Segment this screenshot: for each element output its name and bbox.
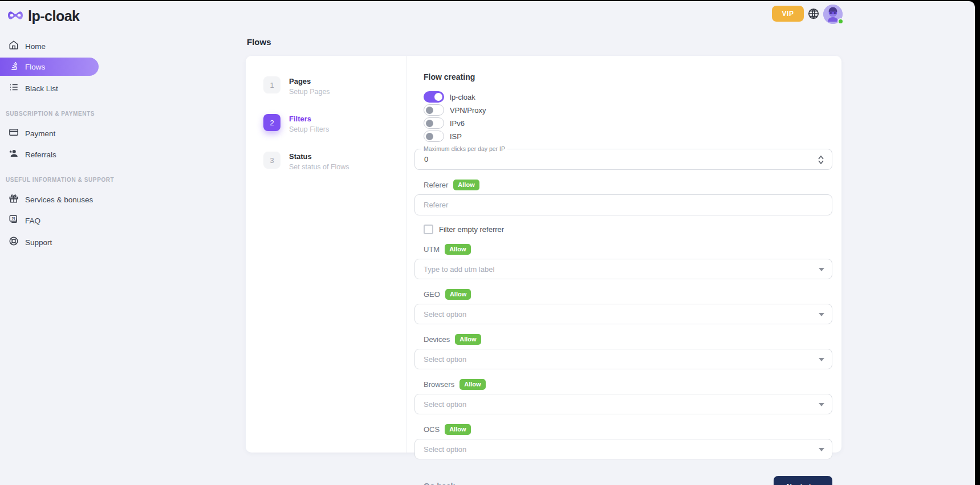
geo-label: GEO <box>424 290 440 299</box>
chevron-down-icon <box>819 403 824 406</box>
toggle-row-isp: ISP <box>424 131 832 142</box>
sidebar-item-label: Flows <box>25 63 45 71</box>
page-title: Flows <box>247 37 271 47</box>
devices-allow-badge[interactable]: Allow <box>455 334 481 345</box>
geo-select-input[interactable] <box>415 304 832 324</box>
step-status[interactable]: 3 Status Set status of Flows <box>263 152 406 171</box>
chevron-down-icon <box>819 358 824 361</box>
credit-card-icon <box>9 127 19 140</box>
step-subtitle: Setup Pages <box>289 88 330 96</box>
home-icon <box>9 40 19 52</box>
avatar[interactable] <box>823 5 843 24</box>
utm-input[interactable] <box>415 259 832 279</box>
step-title: Filters <box>289 114 329 123</box>
sidebar-item-referrals[interactable]: Referrals <box>0 145 99 164</box>
sidebar-item-home[interactable]: Home <box>0 37 99 55</box>
browsers-label: Browsers <box>424 380 454 389</box>
geo-select[interactable] <box>414 304 832 324</box>
browsers-allow-badge[interactable]: Allow <box>459 379 485 390</box>
lifebuoy-icon <box>9 236 19 248</box>
referer-input[interactable] <box>414 194 832 215</box>
step-title: Pages <box>289 76 330 85</box>
sidebar-item-services-bonuses[interactable]: Services & bonuses <box>0 190 99 209</box>
sidebar-section-header: SUBSCRIPTION & PAYMENTS <box>6 111 99 117</box>
sidebar-item-flows[interactable]: Flows <box>0 58 99 76</box>
flow-card: 1 Pages Setup Pages 2 Filters Setup Filt… <box>246 56 841 453</box>
sidebar-item-label: Black List <box>25 84 58 93</box>
step-pages[interactable]: 1 Pages Setup Pages <box>263 76 406 96</box>
referer-label-row: Referer Allow <box>424 179 832 190</box>
vpn-proxy-toggle[interactable] <box>424 104 444 116</box>
chevron-down-icon <box>819 268 824 271</box>
max-clicks-input[interactable] <box>415 149 803 169</box>
geo-allow-badge[interactable]: Allow <box>445 289 471 300</box>
utm-label: UTM <box>424 245 440 254</box>
form-footer: Go back Next step <box>414 476 832 485</box>
sidebar-item-support[interactable]: Support <box>0 233 99 251</box>
chevron-down-icon <box>819 448 824 451</box>
utm-label-row: UTM Allow <box>424 243 832 255</box>
sidebar-item-black-list[interactable]: Black List <box>0 79 99 97</box>
step-subtitle: Set status of Flows <box>289 163 349 171</box>
app-window: lp-cloak Home Flows Black List SUBSCRIPT… <box>0 1 975 485</box>
step-subtitle: Setup Filters <box>289 125 329 133</box>
next-step-button[interactable]: Next step <box>774 476 832 485</box>
go-back-button[interactable]: Go back <box>424 482 455 485</box>
toggle-row-lp-cloak: lp-cloak <box>424 91 832 103</box>
lp-cloak-toggle[interactable] <box>424 91 444 103</box>
referer-allow-badge[interactable]: Allow <box>453 180 479 190</box>
globe-icon[interactable] <box>807 7 820 20</box>
utm-input-box[interactable] <box>414 259 832 279</box>
ocs-allow-badge[interactable]: Allow <box>445 424 470 435</box>
toggle-row-vpn-proxy: VPN/Proxy <box>424 104 832 116</box>
vip-button[interactable]: VIP <box>772 6 804 22</box>
step-number: 3 <box>263 152 280 169</box>
geo-label-row: GEO Allow <box>424 288 832 300</box>
checkbox-label: Filter empty referrer <box>439 225 504 234</box>
steps-list: 1 Pages Setup Pages 2 Filters Setup Filt… <box>246 56 406 453</box>
sidebar-item-label: Payment <box>25 129 55 138</box>
toggle-label: VPN/Proxy <box>450 106 486 115</box>
browsers-select[interactable] <box>414 394 832 414</box>
isp-toggle[interactable] <box>424 131 444 142</box>
browsers-select-input[interactable] <box>415 394 832 414</box>
list-icon <box>9 82 19 95</box>
toggle-label: ISP <box>450 132 462 141</box>
faq-bubble-icon: ?! <box>9 214 19 227</box>
flow-form: Flow creating lp-cloak VPN/Proxy IPv6 IS… <box>406 56 841 453</box>
toggle-label: lp-cloak <box>450 93 475 101</box>
sidebar-item-faq[interactable]: ?! FAQ <box>0 211 99 230</box>
gift-icon <box>9 193 19 206</box>
filter-empty-referrer-row: Filter empty referrer <box>424 224 832 234</box>
mask-icon <box>7 10 23 23</box>
step-title: Status <box>289 152 349 161</box>
brand-name: lp-cloak <box>28 8 79 25</box>
utm-allow-badge[interactable]: Allow <box>445 244 470 255</box>
step-number: 2 <box>263 114 280 131</box>
ipv6-toggle[interactable] <box>424 117 444 129</box>
devices-label-row: Devices Allow <box>424 333 832 345</box>
sidebar-section-header: USEFUL INFORMATION & SUPPORT <box>6 177 99 183</box>
chevron-down-icon <box>819 313 824 316</box>
svg-text:?!: ?! <box>11 217 15 221</box>
max-clicks-field: Maximum clicks per day per IP <box>414 149 832 170</box>
sidebar-item-payment[interactable]: Payment <box>0 124 99 142</box>
ocs-label: OCS <box>424 425 440 434</box>
devices-select-input[interactable] <box>415 349 832 369</box>
sidebar-item-label: Referrals <box>25 150 56 159</box>
online-status-dot <box>837 18 844 25</box>
step-number: 1 <box>263 76 280 93</box>
step-filters[interactable]: 2 Filters Setup Filters <box>263 114 406 133</box>
brand-logo[interactable]: lp-cloak <box>7 8 79 25</box>
number-stepper-icon[interactable] <box>815 153 827 166</box>
ocs-label-row: OCS Allow <box>424 423 832 435</box>
devices-select[interactable] <box>414 349 832 369</box>
ocs-select[interactable] <box>414 439 832 459</box>
filter-empty-referrer-checkbox[interactable] <box>424 225 433 234</box>
sidebar-item-label: FAQ <box>25 217 40 225</box>
referer-label: Referer <box>424 181 448 189</box>
devices-label: Devices <box>424 335 450 344</box>
ocs-select-input[interactable] <box>415 439 832 459</box>
flows-icon <box>9 60 19 73</box>
sidebar-item-label: Home <box>25 42 46 51</box>
